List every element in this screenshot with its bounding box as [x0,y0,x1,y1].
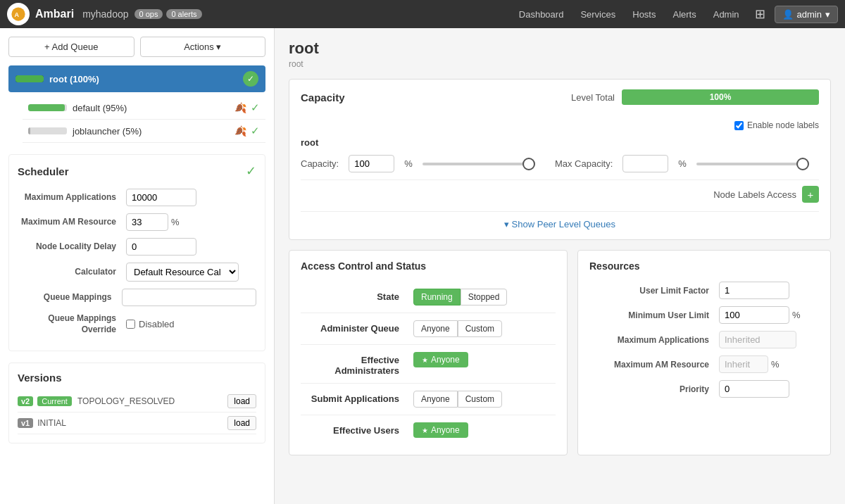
nav-alerts[interactable]: Alerts [665,6,703,23]
submit-applications-button-group: Anyone Custom [413,391,556,408]
queue-item-joblauncher[interactable]: joblauncher (5%) 🍂 ✓ [23,120,265,143]
node-locality-delay-row: Node Locality Delay [18,238,256,256]
max-am-resource-input[interactable] [126,213,168,231]
nav-dashboard[interactable]: Dashboard [512,6,571,23]
cluster-label: myhadoop [82,8,128,20]
add-queue-button[interactable]: + Add Queue [8,37,134,57]
priority-label: Priority [589,384,709,394]
capacity-card: Capacity Level Total 100% Enable node la… [289,79,831,240]
state-row: State Running Stopped [301,282,556,313]
actions-button[interactable]: Actions ▾ [140,37,266,57]
capacity-slider[interactable] [423,163,535,165]
level-total-bar: 100% [622,89,819,105]
administer-anyone-button[interactable]: Anyone [413,320,458,337]
show-peer-queues[interactable]: ▾ Show Peer Level Queues [301,211,819,229]
effective-users-value: Anyone [431,425,460,435]
leaf-icon: 🍂 [234,102,246,113]
grid-icon[interactable]: ⊞ [749,3,772,25]
max-capacity-value-input[interactable] [622,155,668,172]
version-name-v1: INITIAL [37,418,227,428]
root-queue-label: root (100%) [49,74,243,84]
submit-custom-button[interactable]: Custom [458,391,502,408]
state-content: Running Stopped [413,289,556,305]
priority-row: Priority [589,380,819,398]
capacity-form-row: Capacity: % Max Capacity: % [301,155,819,172]
effective-users-row: Effective Users ★ Anyone [301,415,556,445]
effective-users-label: Effective Users [301,422,399,436]
calculator-select[interactable]: Default Resource Cal [126,263,239,282]
max-am-resource-resources-label: Maximum AM Resource [589,360,709,370]
queue-mappings-override-checkbox[interactable] [126,320,135,329]
version-name-v2: TOPOLOGY_RESOLVED [77,396,227,406]
top-navigation: Dashboard Services Hosts Alerts Admin ⊞ … [512,3,838,25]
submit-applications-row: Submit Applications Anyone Custom [301,384,556,415]
nav-admin[interactable]: Admin [706,6,746,23]
queue-mappings-override-row: Queue Mappings Override Disabled [18,313,256,335]
state-running-button[interactable]: Running [413,289,461,305]
alerts-badge[interactable]: 0 alerts [166,9,201,19]
user-limit-factor-input[interactable] [719,282,789,299]
max-am-resource-resources-row: Maximum AM Resource % [589,355,819,373]
queue-mappings-input[interactable] [122,289,256,306]
version-load-v1-button[interactable]: load [227,416,256,430]
root-queue-progress-container [15,75,44,82]
queue-children: default (95%) 🍂 ✓ joblauncher (5%) 🍂 ✓ [23,96,265,143]
effective-admin-anyone-button[interactable]: ★ Anyone [413,352,468,367]
max-applications-input[interactable] [126,189,196,206]
resources-title: Resources [589,260,819,272]
node-locality-delay-input[interactable] [126,238,196,256]
max-capacity-slider-container [696,163,819,165]
enable-node-labels-text: Enable node labels [747,120,819,130]
enable-node-labels-checkbox[interactable] [734,121,744,130]
check-icon: ✓ [251,101,260,114]
priority-input[interactable] [719,380,789,398]
max-applications-resources-row: Maximum Applications [589,331,819,348]
bottom-cards-row: Access Control and Status State Running … [289,250,831,455]
scheduler-check-icon: ✓ [246,163,256,179]
queue-mappings-override-text: Disabled [139,319,175,329]
state-stopped-button[interactable]: Stopped [461,289,508,305]
effective-users-anyone-button[interactable]: ★ Anyone [413,422,468,438]
level-total-bar-container: 100% [622,89,819,105]
max-capacity-form-label: Max Capacity: [555,158,613,169]
queue-item-default[interactable]: default (95%) 🍂 ✓ [23,96,265,120]
default-queue-progress-container [28,104,67,111]
max-am-resource-label: Maximum AM Resource [18,217,116,228]
submit-applications-content: Anyone Custom [413,391,556,408]
min-user-limit-input[interactable] [719,306,789,324]
node-locality-delay-label: Node Locality Delay [18,241,116,253]
capacity-value-input[interactable] [349,155,394,172]
user-menu[interactable]: 👤 admin ▾ [775,6,838,23]
effective-administrators-label: Effective Administraters [301,352,399,376]
calculator-label: Calculator [18,267,116,278]
sidebar: + Add Queue Actions ▾ root (100%) ✓ defa… [0,28,275,504]
max-capacity-slider[interactable] [696,163,809,165]
node-labels-access-row: Node Labels Access + [301,179,819,203]
version-load-v2-button[interactable]: load [227,394,256,408]
nav-services[interactable]: Services [573,6,622,23]
administer-queue-button-group: Anyone Custom [413,320,556,337]
scheduler-section: Scheduler ✓ Maximum Applications Maximum… [8,154,265,351]
joblauncher-queue-progress-container [28,127,67,134]
effective-admin-value: Anyone [431,355,460,365]
administer-custom-button[interactable]: Custom [458,320,502,337]
submit-anyone-button[interactable]: Anyone [413,391,458,408]
svg-text:A: A [15,11,20,18]
nav-hosts[interactable]: Hosts [625,6,663,23]
capacity-slider-container [423,163,545,165]
root-queue-section-label: root [301,137,819,148]
ops-badge[interactable]: 0 ops [134,9,163,19]
star-icon2: ★ [422,427,428,434]
content-area: root root Capacity Level Total 100% [275,28,845,504]
queue-mappings-override-checkbox-label: Disabled [126,319,175,329]
check-icon2: ✓ [251,125,260,137]
max-applications-resources-input[interactable] [719,331,796,348]
max-am-resource-row: Maximum AM Resource % [18,213,256,231]
star-icon: ★ [422,356,428,364]
max-am-resource-resources-input[interactable] [719,355,768,373]
default-queue-icons: 🍂 ✓ [234,101,260,114]
effective-administrators-row: Effective Administraters ★ Anyone [301,345,556,384]
queue-item-root[interactable]: root (100%) ✓ [8,65,265,92]
root-queue-section: Enable node labels root Capacity: % Max … [301,115,819,208]
node-labels-access-add-button[interactable]: + [802,186,819,203]
